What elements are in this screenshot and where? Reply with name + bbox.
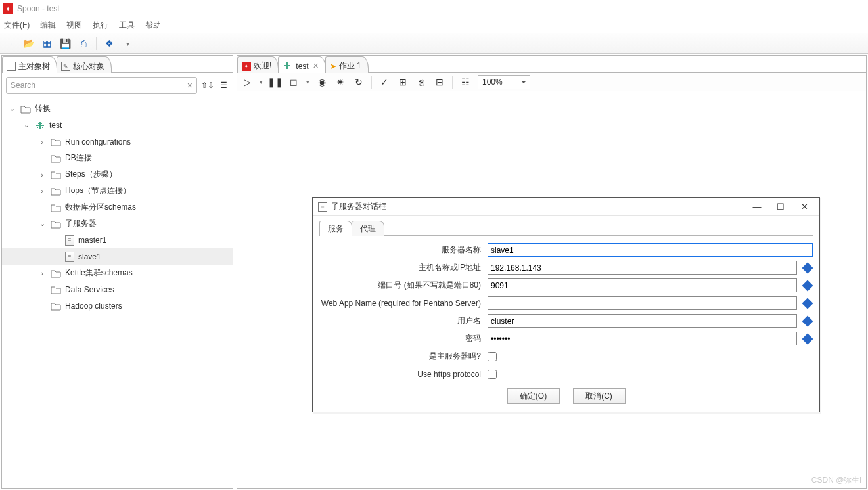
- verify-icon[interactable]: ✓: [378, 76, 390, 88]
- tree-item-label: slave1: [78, 252, 101, 261]
- open-icon[interactable]: 📂: [22, 37, 34, 49]
- tree-subservers[interactable]: ⌄ 子服务器: [2, 215, 233, 232]
- pause-icon[interactable]: ❚❚: [269, 76, 281, 88]
- twisty-icon[interactable]: ⌄: [7, 104, 16, 113]
- tree-dbconn[interactable]: › DB连接: [2, 150, 233, 166]
- input-webapp[interactable]: [488, 296, 797, 310]
- menu-view[interactable]: 视图: [66, 20, 82, 31]
- tab-core-objects[interactable]: ✎ 核心对象: [57, 56, 112, 73]
- replay-icon[interactable]: ↻: [353, 76, 365, 88]
- twisty-icon[interactable]: ›: [37, 187, 47, 195]
- label-port: 端口号 (如果不写就是端口80): [319, 280, 484, 291]
- maximize-icon[interactable]: ☐: [771, 200, 790, 213]
- window-title: Spoon - test: [17, 4, 60, 13]
- row-is-master: 是主服务器吗?: [319, 347, 813, 365]
- tab-main-tree[interactable]: ☰ 主对象树: [2, 56, 57, 73]
- tab-service[interactable]: 服务: [319, 221, 352, 236]
- run-dropdown-icon[interactable]: ▾: [260, 79, 263, 85]
- tree-dataservices[interactable]: › Data Services: [2, 281, 233, 298]
- checkbox-https[interactable]: [488, 370, 497, 379]
- subserver-dialog: ≡ 子服务器对话框 — ☐ ✕ 服务 代理 服务器名称 主机名称或IP地址 端口…: [312, 197, 820, 412]
- preview-icon[interactable]: ◉: [316, 76, 328, 88]
- explore-icon[interactable]: ▦: [41, 37, 53, 49]
- search-input[interactable]: Search ×: [6, 77, 197, 94]
- variable-icon[interactable]: [802, 262, 813, 273]
- expand-all-icon[interactable]: ⇧⇩: [202, 81, 213, 90]
- dialog-tabs: 服务 代理: [319, 220, 813, 236]
- sql-icon[interactable]: ⎘: [415, 76, 427, 88]
- twisty-icon[interactable]: ⌄: [37, 219, 47, 228]
- variable-icon[interactable]: [802, 333, 813, 344]
- tree-steps[interactable]: › Steps（步骤）: [2, 166, 233, 183]
- collapse-all-icon[interactable]: ☰: [218, 81, 229, 90]
- tree-item-label: Hadoop clusters: [65, 301, 122, 311]
- tree-transform[interactable]: ⌄ test: [2, 117, 233, 133]
- menu-edit[interactable]: 编辑: [40, 20, 56, 31]
- input-port[interactable]: [488, 278, 797, 292]
- minimize-icon[interactable]: —: [747, 200, 767, 213]
- save-icon[interactable]: 💾: [59, 37, 71, 49]
- folder-icon: [51, 301, 61, 311]
- debug-icon[interactable]: ✷: [334, 76, 346, 88]
- job-icon: ➤: [330, 62, 336, 71]
- close-icon[interactable]: ✕: [313, 62, 319, 70]
- tree-hadoop[interactable]: › Hadoop clusters: [2, 298, 233, 314]
- twisty-icon[interactable]: ›: [37, 171, 47, 179]
- separator: [96, 37, 97, 50]
- zoom-select[interactable]: 100%: [478, 75, 530, 89]
- tree-dbpartition[interactable]: › 数据库分区schemas: [2, 199, 233, 215]
- folder-icon: [51, 154, 61, 163]
- twisty-icon[interactable]: ⌄: [22, 121, 31, 129]
- variable-icon[interactable]: [802, 280, 813, 291]
- menu-tools[interactable]: 工具: [119, 20, 135, 31]
- input-pass[interactable]: [488, 332, 797, 345]
- clear-search-icon[interactable]: ×: [187, 80, 193, 91]
- tree-runconfig[interactable]: › Run configurations: [2, 133, 233, 150]
- tab-test[interactable]: test ✕: [278, 56, 325, 73]
- stop-dropdown-icon[interactable]: ▾: [306, 79, 309, 85]
- input-host[interactable]: [488, 261, 797, 275]
- folder-icon: [51, 203, 61, 212]
- search-placeholder: Search: [11, 81, 35, 90]
- variable-icon[interactable]: [802, 315, 813, 326]
- run-icon[interactable]: ▷: [241, 76, 253, 88]
- input-server-name[interactable]: [488, 243, 813, 257]
- ok-button[interactable]: 确定(O): [507, 388, 560, 404]
- variable-icon[interactable]: [802, 298, 813, 309]
- objects-icon: ✎: [61, 62, 70, 71]
- dropdown-icon[interactable]: ▾: [122, 37, 133, 49]
- layers-icon[interactable]: ❖: [103, 37, 115, 49]
- checkbox-is-master[interactable]: [488, 352, 497, 361]
- explore-db-icon[interactable]: ⊟: [434, 76, 445, 88]
- left-tabs: ☰ 主对象树 ✎ 核心对象: [2, 56, 233, 73]
- show-results-icon[interactable]: ☷: [459, 76, 471, 88]
- twisty-icon[interactable]: ›: [37, 269, 47, 277]
- save-as-icon[interactable]: ⎙: [78, 37, 89, 49]
- close-icon[interactable]: ✕: [794, 200, 814, 213]
- tree-slave1[interactable]: ≡ slave1: [2, 248, 233, 265]
- twisty-icon[interactable]: ›: [37, 138, 47, 146]
- input-user[interactable]: [488, 314, 797, 328]
- menu-file[interactable]: 文件(F): [4, 20, 30, 31]
- menu-run[interactable]: 执行: [93, 20, 108, 31]
- impact-icon[interactable]: ⊞: [397, 76, 409, 88]
- label-webapp: Web App Name (required for Pentaho Serve…: [319, 299, 484, 308]
- dialog-title: 子服务器对话框: [331, 201, 743, 212]
- stop-icon[interactable]: ◻: [288, 76, 300, 88]
- server-icon: ≡: [65, 235, 74, 246]
- tab-welcome[interactable]: ✦ 欢迎!: [237, 56, 279, 73]
- tab-core-objects-label: 核心对象: [73, 61, 104, 72]
- tree-kettlecluster[interactable]: › Kettle集群schemas: [2, 265, 233, 281]
- cancel-button[interactable]: 取消(C): [573, 388, 626, 404]
- menu-help[interactable]: 帮助: [145, 20, 161, 31]
- tree-hops[interactable]: › Hops（节点连接）: [2, 183, 233, 199]
- tab-job1[interactable]: ➤ 作业 1: [325, 56, 369, 73]
- tree-transform-label: test: [49, 121, 62, 130]
- new-icon[interactable]: ▫: [4, 37, 16, 49]
- zoom-value: 100%: [482, 78, 503, 87]
- tab-label: 作业 1: [339, 60, 361, 72]
- tree-item-label: Hops（节点连接）: [65, 185, 131, 196]
- tab-proxy[interactable]: 代理: [352, 221, 384, 236]
- tree-master1[interactable]: ≡ master1: [2, 232, 233, 248]
- tree-root[interactable]: ⌄ 转换: [2, 100, 233, 117]
